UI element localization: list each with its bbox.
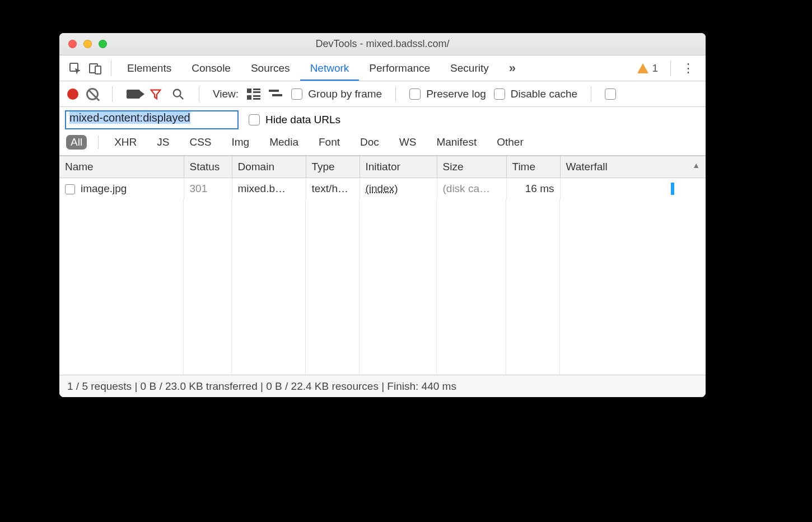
svg-rect-12 <box>272 94 282 96</box>
separator <box>98 136 99 149</box>
traffic-lights <box>68 40 107 48</box>
panel-tabs-row: Elements Console Sources Network Perform… <box>59 55 706 81</box>
close-window-button[interactable] <box>68 40 77 48</box>
hide-data-urls-label: Hide data URLs <box>265 114 340 126</box>
preserve-log-option[interactable]: Preserve log <box>409 88 486 100</box>
tab-network[interactable]: Network <box>300 55 360 81</box>
separator <box>199 86 199 102</box>
minimize-window-button[interactable] <box>83 40 92 48</box>
col-header-type[interactable]: Type <box>306 156 360 178</box>
svg-rect-6 <box>253 88 260 90</box>
cell-time: 16 ms <box>506 178 560 200</box>
svg-rect-5 <box>247 88 251 93</box>
row-checkbox[interactable] <box>65 184 75 194</box>
warnings-badge[interactable]: 1 <box>631 62 665 74</box>
svg-rect-9 <box>253 95 260 97</box>
svg-rect-11 <box>269 90 279 92</box>
col-header-waterfall[interactable]: Waterfall ▲ <box>560 156 706 178</box>
col-header-initiator[interactable]: Initiator <box>360 156 437 178</box>
type-filter-other[interactable]: Other <box>492 135 528 150</box>
filter-icon[interactable] <box>148 88 163 100</box>
devtools-window: DevTools - mixed.badssl.com/ Elements Co… <box>59 33 706 397</box>
type-filter-all[interactable]: All <box>66 135 87 150</box>
cell-status: 301 <box>184 178 232 200</box>
group-by-frame-option[interactable]: Group by frame <box>291 88 382 100</box>
tab-sources[interactable]: Sources <box>241 55 300 81</box>
status-bar: 1 / 5 requests | 0 B / 23.0 KB transferr… <box>59 375 706 397</box>
overview-icon[interactable] <box>269 88 283 100</box>
svg-line-4 <box>180 95 183 99</box>
tab-console[interactable]: Console <box>181 55 241 81</box>
separator <box>112 86 113 102</box>
cell-initiator[interactable]: (index) <box>360 178 437 200</box>
cell-size: (disk ca… <box>437 178 506 200</box>
type-filter-media[interactable]: Media <box>265 135 303 150</box>
disable-cache-option[interactable]: Disable cache <box>494 88 577 100</box>
table-row[interactable]: image.jpg 301 mixed.b… text/h… (index) (… <box>59 178 706 200</box>
preserve-log-checkbox[interactable] <box>409 88 421 100</box>
filter-row: mixed-content:displayed Hide data URLs <box>59 107 706 133</box>
tab-performance[interactable]: Performance <box>359 55 440 81</box>
tab-elements[interactable]: Elements <box>117 55 181 81</box>
svg-point-3 <box>174 89 181 96</box>
disable-cache-checkbox[interactable] <box>494 88 505 100</box>
col-header-time[interactable]: Time <box>506 156 560 178</box>
hide-data-urls-option[interactable]: Hide data URLs <box>249 114 340 126</box>
svg-rect-7 <box>253 91 260 93</box>
type-filter-ws[interactable]: WS <box>395 135 421 150</box>
filter-input-value: mixed-content:displayed <box>69 111 190 124</box>
separator <box>591 86 591 102</box>
offline-checkbox[interactable] <box>605 88 616 100</box>
col-header-name[interactable]: Name <box>59 156 184 178</box>
svg-rect-2 <box>95 66 101 74</box>
clear-button[interactable] <box>86 88 99 100</box>
col-header-size[interactable]: Size <box>437 156 506 178</box>
col-header-waterfall-label: Waterfall <box>566 161 608 173</box>
table-empty-area <box>59 199 706 375</box>
type-filter-xhr[interactable]: XHR <box>110 135 141 150</box>
zoom-window-button[interactable] <box>99 40 107 48</box>
requests-table: Name Status Domain Type Initiator Size T… <box>59 156 706 199</box>
separator <box>670 60 671 76</box>
capture-screenshots-icon[interactable] <box>126 88 141 100</box>
disable-cache-label: Disable cache <box>511 88 577 100</box>
initiator-link[interactable]: (index) <box>366 183 398 194</box>
type-filter-js[interactable]: JS <box>152 135 174 150</box>
type-filter-doc[interactable]: Doc <box>356 135 384 150</box>
view-label: View: <box>213 88 239 100</box>
cell-domain: mixed.b… <box>232 178 306 200</box>
separator <box>111 60 111 76</box>
type-filters: All XHR JS CSS Img Media Font Doc WS Man… <box>59 133 706 156</box>
col-header-status[interactable]: Status <box>184 156 232 178</box>
filter-input[interactable]: mixed-content:displayed <box>65 110 239 129</box>
hide-data-urls-checkbox[interactable] <box>249 114 260 125</box>
type-filter-img[interactable]: Img <box>227 135 254 150</box>
search-icon[interactable] <box>171 88 185 100</box>
tab-security[interactable]: Security <box>440 55 499 81</box>
sort-ascending-icon: ▲ <box>692 161 700 170</box>
col-header-domain[interactable]: Domain <box>232 156 306 178</box>
requests-table-wrap: Name Status Domain Type Initiator Size T… <box>59 156 706 375</box>
type-filter-font[interactable]: Font <box>314 135 344 150</box>
cell-name: image.jpg <box>59 178 184 200</box>
type-filter-manifest[interactable]: Manifest <box>432 135 481 150</box>
svg-rect-8 <box>247 95 251 100</box>
svg-rect-10 <box>253 98 260 100</box>
type-filter-css[interactable]: CSS <box>185 135 216 150</box>
status-text: 1 / 5 requests | 0 B / 23.0 KB transferr… <box>67 380 456 393</box>
more-tabs-button[interactable]: » <box>499 61 526 76</box>
warning-icon <box>637 63 648 73</box>
record-button[interactable] <box>67 88 78 100</box>
inspect-element-icon[interactable] <box>65 58 85 78</box>
cell-type: text/h… <box>306 178 360 200</box>
titlebar: DevTools - mixed.badssl.com/ <box>59 33 706 55</box>
cell-waterfall <box>560 178 706 200</box>
settings-menu-icon[interactable]: ⋮ <box>676 61 700 76</box>
large-rows-icon[interactable] <box>246 88 261 100</box>
offline-option[interactable] <box>605 88 616 100</box>
group-by-frame-checkbox[interactable] <box>291 88 302 100</box>
warning-count: 1 <box>652 62 658 74</box>
waterfall-bar <box>671 183 674 195</box>
toggle-device-toolbar-icon[interactable] <box>85 58 105 78</box>
window-title: DevTools - mixed.badssl.com/ <box>315 38 449 50</box>
